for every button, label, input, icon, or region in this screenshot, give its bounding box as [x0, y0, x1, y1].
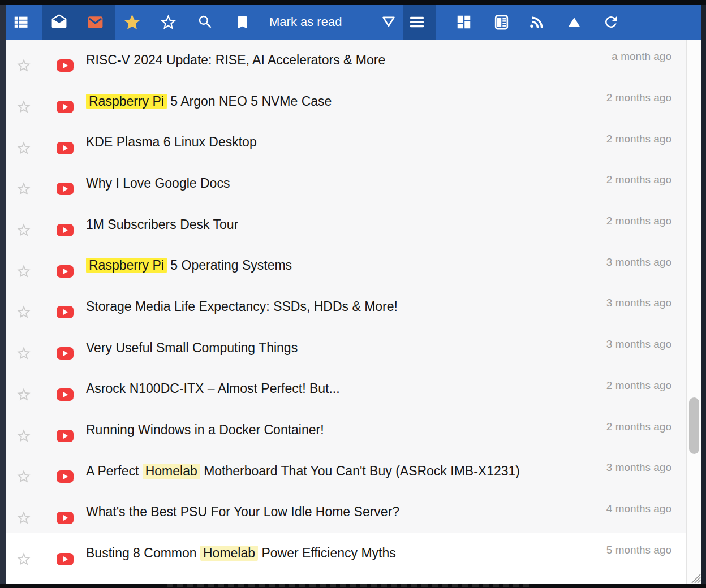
play-icon	[63, 556, 68, 562]
title-text: Power Efficiency Myths	[258, 546, 396, 560]
window-border-bottom	[0, 584, 706, 588]
scrollbar-track[interactable]	[687, 40, 701, 584]
list-item[interactable]: Busting 8 Common Homelab Power Efficienc…	[6, 533, 686, 574]
play-icon	[63, 145, 68, 151]
search-button[interactable]	[192, 5, 219, 40]
row-star-outline-icon[interactable]	[16, 58, 32, 74]
list-layout-button[interactable]	[403, 5, 431, 40]
article-timestamp: 3 months ago	[595, 461, 671, 474]
title-text: Running Windows in a Docker Container!	[86, 422, 324, 437]
dashboard-grid-icon	[455, 14, 472, 31]
search-match-highlight: Raspberry Pi	[86, 258, 167, 273]
headlines-list-button[interactable]	[7, 5, 35, 40]
row-star-outline-icon[interactable]	[16, 222, 32, 238]
row-star-outline-icon[interactable]	[16, 263, 32, 279]
youtube-favicon	[57, 224, 74, 236]
article-title: A Perfect Homelab Motherboard That You C…	[86, 464, 520, 479]
article-timestamp: 2 months ago	[595, 215, 671, 227]
starred-filter-button[interactable]	[118, 5, 145, 40]
row-star-outline-icon[interactable]	[16, 387, 32, 403]
youtube-favicon	[57, 553, 74, 565]
title-text: 5 Operating Systems	[167, 258, 292, 273]
window-resize-grip[interactable]	[686, 569, 701, 583]
bookmark-icon	[234, 14, 251, 31]
row-star-outline-icon[interactable]	[16, 181, 32, 197]
list-item[interactable]: What's the Best PSU For Your Low Idle Ho…	[6, 492, 686, 533]
list-item[interactable]: Why I Love Google Docs 2 months ago	[6, 163, 686, 204]
list-item[interactable]: RISC-V 2024 Update: RISE, AI Accelerator…	[6, 40, 686, 81]
refresh-button[interactable]	[597, 5, 625, 40]
list-item[interactable]: KDE Plasma 6 Linux Desktop 2 months ago	[6, 122, 686, 163]
search-match-highlight: Homelab	[143, 464, 200, 479]
list-item[interactable]: Running Windows in a Docker Container! 2…	[6, 409, 686, 451]
window-border-top	[0, 0, 706, 5]
article-list: RISC-V 2024 Update: RISE, AI Accelerator…	[6, 40, 686, 584]
star-outline-icon	[159, 13, 178, 32]
play-icon	[63, 63, 68, 68]
row-star-outline-icon[interactable]	[16, 551, 32, 567]
row-star-outline-icon[interactable]	[16, 345, 32, 361]
youtube-favicon	[57, 59, 74, 72]
row-star-outline-icon[interactable]	[16, 469, 32, 485]
filter-button[interactable]	[375, 5, 402, 40]
youtube-favicon	[57, 142, 74, 154]
article-timestamp: 2 months ago	[595, 379, 671, 392]
article-title: Very Useful Small Computing Things	[86, 340, 298, 356]
sort-order-button[interactable]	[561, 5, 588, 40]
article-timestamp: 5 months ago	[595, 544, 671, 556]
play-icon	[63, 474, 68, 479]
row-star-outline-icon[interactable]	[16, 140, 32, 156]
starred-filled-icon	[123, 13, 141, 32]
article-timestamp: 3 months ago	[595, 297, 671, 309]
article-title: Asrock N100DC-ITX – Almost Perfect! But.…	[86, 381, 340, 396]
row-star-outline-icon[interactable]	[16, 510, 32, 526]
list-item[interactable]: Raspberry Pi 5 Argon NEO 5 NVMe Case 2 m…	[6, 81, 686, 122]
sort-triangle-icon	[566, 14, 583, 31]
title-text: Why I Love Google Docs	[86, 176, 230, 191]
open-envelope-icon	[50, 14, 68, 31]
play-icon	[63, 186, 68, 192]
youtube-favicon	[57, 347, 74, 360]
menu-hamburger-icon	[408, 13, 426, 31]
bookmark-button[interactable]	[229, 5, 256, 40]
headlines-list-icon	[12, 14, 29, 31]
rss-feed-button[interactable]	[524, 5, 551, 40]
article-title: What's the Best PSU For Your Low Idle Ho…	[86, 504, 399, 520]
search-match-highlight: Raspberry Pi	[86, 94, 167, 109]
row-star-outline-icon[interactable]	[16, 428, 32, 444]
list-item[interactable]: Very Useful Small Computing Things 3 mon…	[6, 327, 686, 369]
window-border-left	[0, 5, 6, 584]
reader-view-button[interactable]	[488, 5, 515, 40]
title-text: 1M Subscribers Desk Tour	[86, 217, 238, 232]
card-layout-button[interactable]	[450, 5, 477, 40]
list-item[interactable]: A Perfect Homelab Motherboard That You C…	[6, 451, 686, 492]
article-title: Storage Media Life Expectancy: SSDs, HDD…	[86, 299, 398, 314]
youtube-favicon	[57, 430, 74, 442]
scrollbar-thumb[interactable]	[689, 397, 699, 454]
search-match-highlight: Homelab	[200, 546, 258, 561]
content-area: RISC-V 2024 Update: RISE, AI Accelerator…	[6, 40, 701, 584]
mark-as-read-button[interactable]: Mark as read	[269, 5, 342, 40]
article-timestamp: 3 months ago	[595, 338, 671, 351]
list-item[interactable]: Asrock N100DC-ITX – Almost Perfect! But.…	[6, 369, 686, 410]
article-title: Busting 8 Common Homelab Power Efficienc…	[86, 546, 396, 561]
youtube-favicon	[57, 470, 74, 483]
row-star-outline-icon[interactable]	[16, 99, 32, 115]
list-item[interactable]: Storage Media Life Expectancy: SSDs, HDD…	[6, 286, 686, 327]
show-read-button[interactable]	[45, 5, 72, 40]
title-text: Asrock N100DC-ITX – Almost Perfect! But.…	[86, 381, 340, 396]
youtube-favicon	[57, 265, 74, 278]
star-article-button[interactable]	[154, 5, 182, 40]
list-item[interactable]: 1M Subscribers Desk Tour 2 months ago	[6, 204, 686, 245]
title-text: 5 Argon NEO 5 NVMe Case	[167, 94, 332, 109]
window-border-right	[701, 5, 706, 584]
article-timestamp: 2 months ago	[595, 133, 671, 145]
article-title: 1M Subscribers Desk Tour	[86, 217, 238, 232]
article-timestamp: a month ago	[600, 50, 671, 63]
play-icon	[63, 433, 68, 439]
article-timestamp: 2 months ago	[595, 421, 671, 433]
row-star-outline-icon[interactable]	[16, 304, 32, 320]
show-unread-button[interactable]	[81, 5, 109, 40]
list-item[interactable]: Raspberry Pi 5 Operating Systems 3 month…	[6, 245, 686, 286]
play-icon	[63, 227, 68, 233]
